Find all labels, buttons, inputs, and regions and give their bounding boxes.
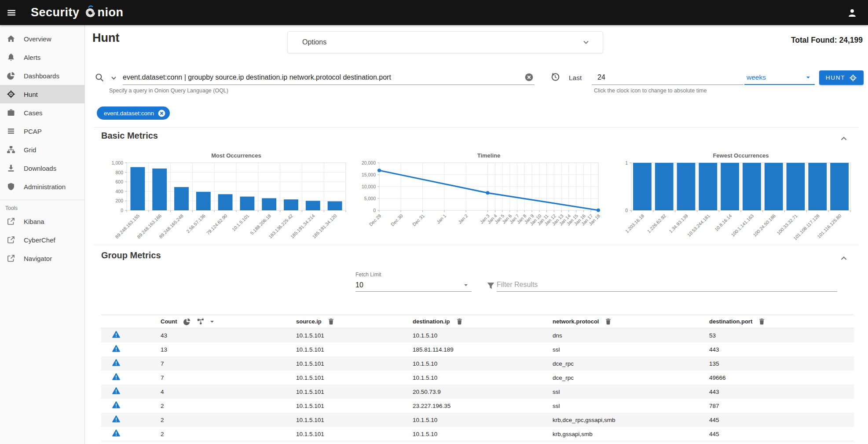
cell-network-protocol[interactable]: dns bbox=[553, 332, 709, 339]
time-unit-select[interactable]: weeks bbox=[744, 71, 815, 85]
cell-destination-port[interactable]: 443 bbox=[709, 346, 854, 353]
cell-destination-ip[interactable]: 10.1.5.10 bbox=[413, 374, 553, 381]
cell-destination-ip[interactable]: 20.50.73.9 bbox=[413, 389, 553, 395]
svg-text:400: 400 bbox=[115, 189, 123, 194]
cell-network-protocol[interactable]: krb,dce_rpc,gssapi,smb bbox=[553, 417, 709, 423]
cell-source-ip[interactable]: 10.1.5.101 bbox=[296, 431, 413, 437]
chip-close-icon[interactable] bbox=[157, 109, 166, 117]
row-warning-icon[interactable] bbox=[112, 429, 121, 437]
clear-query-icon[interactable] bbox=[524, 73, 534, 82]
hunt-button[interactable]: HUNT bbox=[819, 70, 864, 85]
column-header-label[interactable]: source.ip bbox=[296, 318, 322, 325]
cell-destination-ip[interactable]: 10.1.5.10 bbox=[413, 332, 553, 339]
sidebar-item-cases[interactable]: Cases bbox=[0, 103, 84, 122]
cell-network-protocol[interactable]: ssl bbox=[553, 403, 709, 409]
svg-text:0: 0 bbox=[626, 208, 628, 213]
total-found: Total Found: 24,199 bbox=[791, 36, 863, 45]
cell-source-ip[interactable]: 10.1.5.101 bbox=[296, 360, 413, 367]
table-row: 210.1.5.10110.1.5.10krb,gssapi,smb445 bbox=[101, 427, 854, 441]
pie-icon bbox=[7, 71, 15, 80]
sidebar-item-alerts[interactable]: Alerts bbox=[0, 48, 84, 66]
svg-text:5,000: 5,000 bbox=[364, 196, 375, 201]
cell-count[interactable]: 4 bbox=[161, 389, 296, 395]
cell-network-protocol[interactable]: dce_rpc bbox=[553, 360, 709, 367]
cell-destination-port[interactable]: 49666 bbox=[709, 374, 854, 381]
cell-destination-port[interactable]: 445 bbox=[709, 417, 854, 423]
cell-network-protocol[interactable]: ssl bbox=[553, 346, 709, 353]
toggle-chart-pie-icon[interactable] bbox=[183, 318, 191, 326]
cell-network-protocol[interactable]: dce_rpc bbox=[553, 374, 709, 381]
sidebar-item-hunt[interactable]: Hunt bbox=[0, 85, 84, 103]
menu-icon[interactable] bbox=[3, 4, 20, 22]
remove-column-trash-icon[interactable] bbox=[758, 318, 765, 325]
cell-destination-port[interactable]: 443 bbox=[709, 389, 854, 395]
row-warning-icon[interactable] bbox=[112, 330, 121, 339]
cell-source-ip[interactable]: 10.1.5.101 bbox=[296, 389, 413, 395]
cell-source-ip[interactable]: 10.1.5.101 bbox=[296, 403, 413, 409]
row-warning-icon[interactable] bbox=[112, 358, 121, 367]
remove-column-trash-icon[interactable] bbox=[604, 318, 612, 325]
cell-source-ip[interactable]: 10.1.5.101 bbox=[296, 417, 413, 423]
options-panel[interactable]: Options bbox=[287, 31, 603, 53]
cell-destination-port[interactable]: 53 bbox=[709, 332, 854, 339]
remove-column-trash-icon[interactable] bbox=[327, 318, 335, 325]
fetch-limit-select[interactable]: 10 bbox=[355, 279, 472, 292]
row-warning-icon[interactable] bbox=[112, 372, 121, 381]
cell-source-ip[interactable]: 10.1.5.101 bbox=[296, 332, 413, 339]
time-value-input[interactable] bbox=[592, 71, 743, 84]
cell-count[interactable]: 13 bbox=[161, 346, 296, 353]
sidebar-item-administration[interactable]: Administration bbox=[0, 177, 84, 196]
collapse-basic-metrics-icon[interactable] bbox=[839, 134, 849, 143]
column-header-label[interactable]: Count bbox=[161, 318, 177, 325]
cell-count[interactable]: 7 bbox=[161, 360, 296, 367]
cell-destination-port[interactable]: 445 bbox=[709, 431, 854, 437]
cell-destination-port[interactable]: 787 bbox=[709, 403, 854, 409]
group-by-caret-icon[interactable] bbox=[209, 319, 215, 325]
cell-network-protocol[interactable]: ssl bbox=[553, 389, 709, 395]
sidebar-item-overview[interactable]: Overview bbox=[0, 29, 84, 48]
sidebar-tool-navigator[interactable]: Navigator bbox=[0, 249, 84, 268]
cell-network-protocol[interactable]: krb,gssapi,smb bbox=[553, 431, 709, 437]
cell-count[interactable]: 2 bbox=[161, 403, 296, 409]
row-warning-icon[interactable] bbox=[112, 415, 121, 423]
relative-time-history-icon[interactable] bbox=[550, 72, 560, 82]
timeline-chart: Timeline05,00010,00015,00020,000Dec 29De… bbox=[354, 150, 606, 244]
sidebar-item-pcap[interactable]: PCAP bbox=[0, 122, 84, 140]
collapse-group-metrics-icon[interactable] bbox=[839, 253, 849, 263]
cell-destination-ip[interactable]: 10.1.5.10 bbox=[413, 431, 553, 437]
cell-count[interactable]: 2 bbox=[161, 417, 296, 423]
cell-destination-port[interactable]: 135 bbox=[709, 360, 854, 367]
row-warning-icon[interactable] bbox=[112, 400, 121, 409]
filter-chip[interactable]: event.dataset:conn bbox=[97, 106, 170, 120]
remove-column-trash-icon[interactable] bbox=[456, 318, 463, 325]
user-icon[interactable] bbox=[843, 4, 861, 22]
cell-count[interactable]: 2 bbox=[161, 431, 296, 437]
cell-destination-ip[interactable]: 23.227.196.35 bbox=[413, 403, 553, 409]
sidebar-tool-cyberchef[interactable]: CyberChef bbox=[0, 231, 84, 249]
column-header-label[interactable]: network.protocol bbox=[553, 318, 599, 325]
column-header-label[interactable]: destination.ip bbox=[413, 318, 450, 325]
filter-results-input[interactable] bbox=[497, 279, 837, 291]
cell-source-ip[interactable]: 10.1.5.101 bbox=[296, 346, 413, 353]
svg-text:1.203.16.18: 1.203.16.18 bbox=[624, 213, 645, 234]
svg-text:10,000: 10,000 bbox=[362, 184, 376, 189]
svg-text:200: 200 bbox=[115, 198, 123, 203]
query-history-chevron-icon[interactable] bbox=[110, 75, 117, 81]
sidebar-item-dashboards[interactable]: Dashboards bbox=[0, 66, 84, 85]
row-warning-icon[interactable] bbox=[112, 386, 121, 395]
page-title: Hunt bbox=[92, 31, 119, 45]
cell-destination-ip[interactable]: 185.81.114.189 bbox=[413, 346, 553, 353]
query-input[interactable] bbox=[123, 71, 519, 84]
sidebar-item-downloads[interactable]: Downloads bbox=[0, 159, 84, 177]
cell-count[interactable]: 7 bbox=[161, 374, 296, 381]
row-warning-icon[interactable] bbox=[112, 344, 121, 353]
cell-source-ip[interactable]: 10.1.5.101 bbox=[296, 374, 413, 381]
cell-destination-ip[interactable]: 10.1.5.10 bbox=[413, 417, 553, 423]
sidebar-tool-kibana[interactable]: Kibana bbox=[0, 212, 84, 231]
sidebar-item-grid[interactable]: Grid bbox=[0, 140, 84, 159]
cell-destination-ip[interactable]: 10.1.5.10 bbox=[413, 360, 553, 367]
app-logo[interactable]: Security nion bbox=[31, 5, 124, 20]
group-by-icon[interactable] bbox=[197, 318, 205, 326]
cell-count[interactable]: 43 bbox=[161, 332, 296, 339]
column-header-label[interactable]: destination.port bbox=[709, 318, 752, 325]
